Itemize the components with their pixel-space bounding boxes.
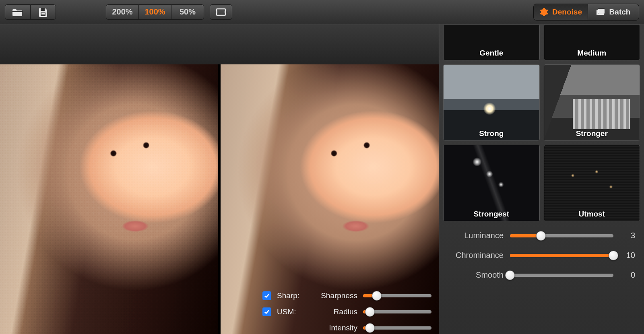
slider-fill (510, 254, 613, 257)
gear-icon (539, 8, 548, 16)
preset-strong[interactable]: Strong (443, 64, 540, 141)
check-icon (264, 309, 270, 315)
sharp-checkbox[interactable] (262, 291, 271, 300)
svg-rect-3 (41, 13, 45, 14)
smooth-row: Smooth 0 (443, 270, 635, 280)
svg-rect-2 (41, 12, 45, 16)
preset-label: Medium (544, 49, 640, 58)
tab-batch-label: Batch (609, 8, 631, 16)
chrominance-slider[interactable] (510, 254, 613, 257)
svg-rect-6 (216, 11, 217, 13)
smooth-value: 0 (620, 270, 635, 280)
svg-rect-4 (41, 14, 45, 15)
main-area: Sharp: Sharpness USM: Radius (0, 24, 644, 334)
chrominance-value: 10 (620, 251, 635, 260)
chrominance-row: Chrominance 10 (443, 251, 635, 260)
svg-rect-1 (41, 8, 45, 11)
open-button[interactable] (5, 4, 31, 20)
preset-utmost[interactable]: Utmost (544, 145, 640, 221)
overlay-controls: Sharp: Sharpness USM: Radius (262, 291, 431, 334)
preset-label: Strongest (444, 210, 539, 219)
preview-before-image (0, 64, 218, 334)
svg-rect-0 (12, 11, 23, 12)
preset-stronger[interactable]: Stronger (544, 64, 640, 141)
tab-batch[interactable]: Batch (588, 4, 639, 21)
mode-tabs: Denoise Batch (533, 4, 639, 21)
right-panel: Gentle Medium Strong Stronger Strongest (439, 24, 644, 334)
intensity-row: Intensity (262, 324, 431, 332)
check-icon (264, 293, 270, 299)
preset-label: Strong (444, 129, 539, 138)
radius-slider[interactable] (363, 308, 431, 316)
fit-screen-icon (216, 8, 226, 16)
slider-knob[interactable] (609, 251, 618, 260)
svg-rect-10 (598, 9, 605, 14)
fit-screen-button[interactable] (210, 4, 232, 20)
preset-strongest[interactable]: Strongest (443, 145, 540, 221)
app-window: 200% 100% 50% Denoise Batch (0, 0, 644, 334)
svg-rect-7 (225, 11, 226, 13)
preview-compare: Sharp: Sharpness USM: Radius (0, 64, 439, 334)
smooth-slider[interactable] (510, 274, 613, 277)
sharpness-slider[interactable] (363, 292, 431, 300)
tab-denoise-label: Denoise (552, 8, 582, 16)
sharp-row: Sharp: Sharpness (262, 291, 431, 300)
save-button[interactable] (30, 4, 56, 20)
intensity-label: Intensity (313, 324, 357, 332)
intensity-slider[interactable] (363, 324, 431, 332)
preset-grid: Gentle Medium Strong Stronger Strongest (439, 24, 644, 228)
sharp-group-label: Sharp: (277, 291, 305, 300)
usm-checkbox[interactable] (262, 307, 271, 316)
zoom-50-button[interactable]: 50% (171, 4, 204, 20)
svg-rect-5 (217, 9, 225, 15)
slider-knob[interactable] (536, 231, 546, 241)
file-button-group (5, 4, 56, 20)
slider-knob[interactable] (505, 270, 515, 280)
adjustment-sliders: Luminance 3 Chrominance 10 S (439, 228, 644, 284)
preset-label: Utmost (544, 210, 640, 219)
zoom-100-button[interactable]: 100% (138, 4, 171, 20)
save-icon (38, 7, 48, 17)
sharpness-label: Sharpness (313, 291, 357, 300)
luminance-value: 3 (620, 231, 635, 240)
preview-after-pane[interactable]: Sharp: Sharpness USM: Radius (221, 64, 439, 334)
tab-denoise[interactable]: Denoise (533, 4, 588, 21)
luminance-row: Luminance 3 (443, 231, 635, 240)
preview-substrip (0, 24, 439, 64)
preset-medium[interactable]: Medium (544, 24, 640, 60)
luminance-slider[interactable] (510, 234, 613, 237)
preset-label: Stronger (544, 129, 640, 138)
chrominance-label: Chrominance (443, 251, 504, 260)
preset-gentle[interactable]: Gentle (443, 24, 540, 60)
usm-group-label: USM: (277, 307, 305, 316)
smooth-label: Smooth (443, 270, 504, 280)
zoom-200-button[interactable]: 200% (106, 4, 139, 20)
zoom-button-group: 200% 100% 50% (106, 4, 204, 20)
preview-before-pane[interactable] (0, 64, 218, 334)
top-toolbar: 200% 100% 50% Denoise Batch (0, 0, 644, 24)
luminance-label: Luminance (443, 231, 504, 240)
usm-row: USM: Radius (262, 307, 431, 316)
radius-label: Radius (313, 307, 357, 316)
preset-label: Gentle (444, 49, 539, 58)
stack-icon (597, 8, 605, 16)
folder-icon (12, 8, 23, 16)
